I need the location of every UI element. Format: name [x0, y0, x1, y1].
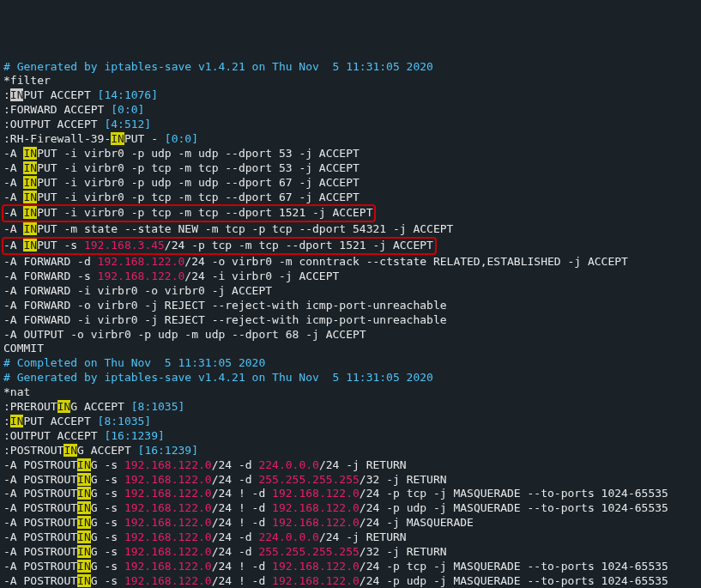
code-line: -A FORWARD -i virbr0 -o virbr0 -j ACCEPT	[3, 284, 698, 299]
code-line: # Generated by iptables-save v1.4.21 on …	[3, 371, 698, 385]
code-line: COMMIT	[3, 342, 698, 356]
code-line: -A FORWARD -o virbr0 -j REJECT --reject-…	[3, 299, 698, 313]
code-line: -A INPUT -m state --state NEW -m tcp -p …	[3, 222, 698, 237]
code-line: :OUTPUT ACCEPT [16:1239]	[3, 429, 698, 444]
code-line: -A INPUT -i virbr0 -p udp -m udp --dport…	[3, 176, 698, 191]
code-line: -A POSTROUTING -s 192.168.122.0/24 ! -d …	[3, 516, 698, 530]
code-line: -A POSTROUTING -s 192.168.122.0/24 -d 22…	[3, 530, 698, 545]
code-line: :PREROUTING ACCEPT [8:1035]	[3, 400, 698, 415]
code-line: -A FORWARD -d 192.168.122.0/24 -o virbr0…	[3, 255, 698, 270]
code-line: :INPUT ACCEPT [14:1076]	[3, 88, 698, 103]
code-line: -A OUTPUT -o virbr0 -p udp -m udp --dpor…	[3, 328, 698, 342]
code-line: :FORWARD ACCEPT [0:0]	[3, 103, 698, 118]
code-line: -A POSTROUTING -s 192.168.122.0/24 -d 25…	[3, 473, 698, 488]
highlighted-rule-box: -A INPUT -i virbr0 -p tcp -m tcp --dport…	[2, 204, 376, 222]
code-line: # Completed on Thu Nov 5 11:31:05 2020	[3, 356, 698, 371]
code-line: -A POSTROUTING -s 192.168.122.0/24 -d 22…	[3, 458, 698, 473]
code-line: -A POSTROUTING -s 192.168.122.0/24 ! -d …	[3, 574, 698, 588]
code-line: -A INPUT -s 192.168.3.45/24 -p tcp -m tc…	[3, 237, 698, 255]
code-line: *filter	[3, 74, 698, 88]
code-line: -A INPUT -i virbr0 -p tcp -m tcp --dport…	[3, 191, 698, 205]
highlighted-rule-box: -A INPUT -s 192.168.3.45/24 -p tcp -m tc…	[2, 237, 437, 255]
code-line: # Generated by iptables-save v1.4.21 on …	[3, 60, 698, 75]
code-line: -A POSTROUTING -s 192.168.122.0/24 -d 25…	[3, 545, 698, 560]
code-line: -A FORWARD -i virbr0 -j REJECT --reject-…	[3, 313, 698, 328]
code-line: :OUTPUT ACCEPT [4:512]	[3, 118, 698, 132]
terminal-output: # Generated by iptables-save v1.4.21 on …	[3, 60, 698, 588]
code-line: -A POSTROUTING -s 192.168.122.0/24 ! -d …	[3, 560, 698, 574]
code-line: -A INPUT -i virbr0 -p tcp -m tcp --dport…	[3, 204, 698, 222]
code-line: *nat	[3, 385, 698, 400]
code-line: :POSTROUTING ACCEPT [16:1239]	[3, 444, 698, 458]
code-line: -A INPUT -i virbr0 -p tcp -m tcp --dport…	[3, 161, 698, 176]
code-line: :INPUT ACCEPT [8:1035]	[3, 415, 698, 429]
code-line: -A FORWARD -s 192.168.122.0/24 -i virbr0…	[3, 270, 698, 284]
code-line: :RH-Firewall-39-INPUT - [0:0]	[3, 132, 698, 147]
code-line: -A INPUT -i virbr0 -p udp -m udp --dport…	[3, 147, 698, 161]
code-line: -A POSTROUTING -s 192.168.122.0/24 ! -d …	[3, 501, 698, 516]
code-line: -A POSTROUTING -s 192.168.122.0/24 ! -d …	[3, 487, 698, 501]
